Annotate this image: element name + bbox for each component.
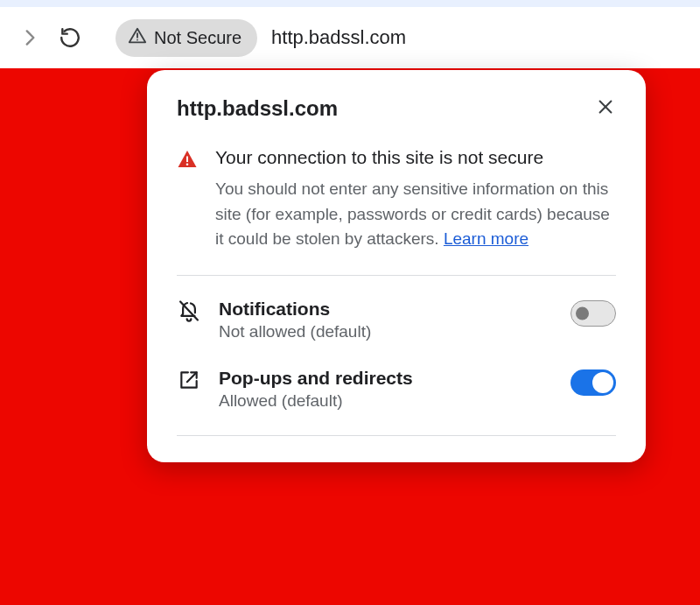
permission-row-notifications: Notifications Not allowed (default) [177, 297, 616, 341]
notifications-off-icon [177, 299, 201, 323]
svg-point-1 [136, 39, 138, 40]
divider [177, 435, 616, 436]
security-section: Your connection to this site is not secu… [177, 145, 616, 252]
popup-redirect-icon [177, 368, 201, 392]
security-chip[interactable]: Not Secure [116, 19, 257, 57]
permission-row-popups: Pop-ups and redirects Allowed (default) [177, 366, 616, 411]
security-heading: Your connection to this site is not secu… [215, 145, 616, 170]
url-text[interactable]: http.badssl.com [271, 26, 406, 49]
browser-toolbar: Not Secure http.badssl.com [0, 7, 700, 68]
security-body: You should not enter any sensitive infor… [215, 177, 616, 252]
warning-triangle-icon [177, 149, 198, 252]
security-chip-label: Not Secure [154, 28, 242, 48]
divider [177, 275, 616, 276]
permission-label: Notifications [219, 297, 553, 320]
permission-label: Pop-ups and redirects [219, 366, 553, 390]
close-button[interactable] [595, 98, 616, 119]
warning-icon [128, 26, 147, 50]
permission-status: Allowed (default) [219, 391, 553, 411]
popover-title: http.badssl.com [177, 96, 338, 121]
svg-line-7 [187, 372, 197, 382]
close-icon [596, 97, 615, 120]
svg-point-5 [186, 163, 189, 165]
learn-more-link[interactable]: Learn more [444, 229, 528, 248]
security-body-text: You should not enter any sensitive infor… [215, 179, 610, 248]
forward-button[interactable] [18, 25, 42, 50]
svg-rect-4 [186, 157, 188, 163]
reload-button[interactable] [58, 25, 82, 50]
address-bar[interactable]: Not Secure http.badssl.com [116, 19, 682, 57]
permission-status: Not allowed (default) [219, 322, 553, 341]
notifications-toggle[interactable] [570, 300, 616, 327]
popups-toggle[interactable] [570, 369, 616, 396]
site-info-popover: http.badssl.com Your connection to this … [147, 70, 646, 462]
